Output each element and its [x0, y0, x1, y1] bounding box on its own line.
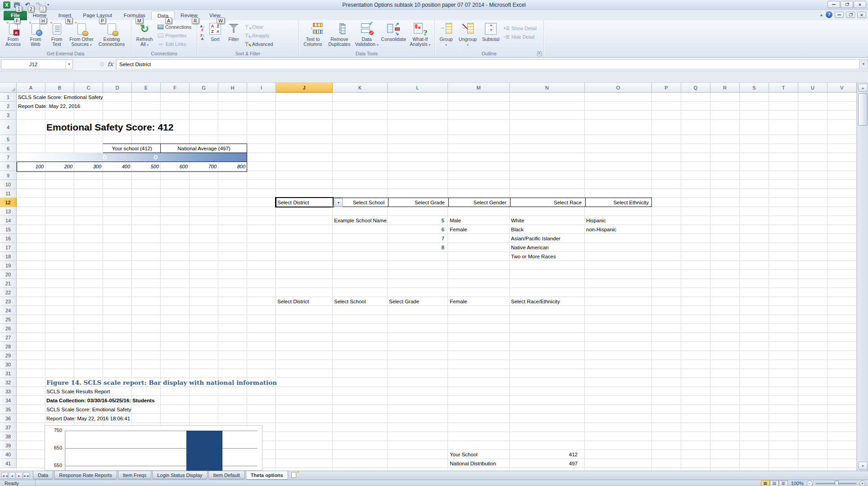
row-header-2[interactable]: 2 — [0, 102, 17, 111]
row-header-10[interactable]: 10 — [0, 180, 17, 189]
row-header-35[interactable]: 35 — [0, 405, 17, 414]
column-header-J[interactable]: J — [276, 83, 333, 93]
subtotal-button[interactable]: ++ Subtotal — [479, 21, 502, 50]
page-break-view-button[interactable]: ▥ — [779, 481, 788, 486]
row-header-3[interactable]: 3 — [0, 111, 17, 120]
row-header-33[interactable]: 33 — [0, 387, 17, 396]
minimize-button[interactable] — [827, 1, 840, 8]
sheet-tab-response-rate-reports[interactable]: Response Rate Reports — [54, 471, 117, 479]
cell-l16[interactable]: 7 — [388, 234, 446, 243]
row-header-40[interactable]: 40 — [0, 450, 17, 459]
cell-l15[interactable]: 6 — [388, 225, 446, 234]
existing-connections-button[interactable]: Existing Connections — [96, 21, 127, 50]
from-access-button[interactable]: *A From Access — [1, 21, 25, 50]
row-header-4[interactable]: 4 — [0, 120, 17, 135]
name-box[interactable]: J12 ▼ — [1, 59, 73, 69]
sheet-tab-item-default[interactable]: Item Default — [208, 471, 245, 479]
cell-o15[interactable]: non-Hispanic — [586, 225, 616, 234]
sort-ascending-button[interactable]: A↓Z — [199, 23, 206, 32]
row-header-17[interactable]: 17 — [0, 243, 17, 252]
row-header-34[interactable]: 34 — [0, 396, 17, 405]
sort-descending-button[interactable]: Z↓A — [199, 32, 206, 41]
column-header-N[interactable]: N — [510, 83, 585, 93]
row-header-39[interactable]: 39 — [0, 441, 17, 450]
cell-b34[interactable]: Data Collection: 03/30/16-05/25/16: Stud… — [46, 396, 154, 405]
from-other-sources-button[interactable]: * From Other Sources ▾ — [67, 21, 96, 50]
column-header-D[interactable]: D — [103, 83, 132, 93]
cell-l17[interactable]: 8 — [388, 243, 446, 252]
cell-n18[interactable]: Two or More Races — [511, 252, 556, 261]
cell-k14[interactable]: Example School Name — [334, 216, 387, 225]
column-header-S[interactable]: S — [740, 83, 769, 93]
column-header-I[interactable]: I — [247, 83, 276, 93]
cell-l14[interactable]: 5 — [388, 216, 446, 225]
restore-button[interactable] — [841, 1, 853, 8]
column-header-P[interactable]: P — [652, 83, 681, 93]
fill-handle[interactable] — [332, 206, 334, 208]
row-header-29[interactable]: 29 — [0, 351, 17, 360]
row-header-1[interactable]: 1 — [0, 93, 17, 102]
cell-national-average-label[interactable]: National Average (497) — [161, 144, 247, 153]
column-header-V[interactable]: V — [827, 83, 857, 93]
tab-review[interactable]: Review — [175, 11, 203, 20]
column-header-M[interactable]: M — [448, 83, 510, 93]
column-header-B[interactable]: B — [45, 83, 74, 93]
zoom-out-button[interactable]: − — [807, 481, 813, 486]
cell-l23[interactable]: Select Grade — [389, 297, 419, 306]
help-icon[interactable]: ? — [826, 11, 832, 18]
cell-b33[interactable]: SCLS Scale Results Report — [46, 387, 110, 396]
row-header-19[interactable]: 19 — [0, 261, 17, 270]
row-header-38[interactable]: 38 — [0, 432, 17, 441]
cell-n23[interactable]: Select Race/Ethnicity — [511, 297, 560, 306]
text-to-columns-button[interactable]: ↓ Text to Columns — [300, 21, 326, 50]
insert-worksheet-button[interactable]: * — [290, 472, 299, 479]
zoom-slider[interactable] — [816, 483, 856, 484]
cell-n14[interactable]: White — [511, 216, 524, 225]
row-header-21[interactable]: 21 — [0, 279, 17, 288]
row-header-27[interactable]: 27 — [0, 333, 17, 342]
row-header-20[interactable]: 20 — [0, 270, 17, 279]
insert-function-icon[interactable]: fx — [108, 61, 113, 68]
zoom-level[interactable]: 100% — [791, 481, 804, 486]
cell-o14[interactable]: Hispanic — [586, 216, 606, 225]
column-header-T[interactable]: T — [769, 83, 798, 93]
from-text-button[interactable]: * From Text — [46, 21, 67, 50]
select-all-corner[interactable] — [0, 83, 17, 93]
row-header-11[interactable]: 11 — [0, 189, 17, 198]
cell-b35[interactable]: SCLS Scale Score: Emotional Safety — [46, 405, 131, 414]
advanced-filter-button[interactable]: ✎ Advanced — [243, 40, 275, 48]
row-header-30[interactable]: 30 — [0, 360, 17, 369]
cell-n41[interactable]: 497 — [510, 459, 579, 468]
figure-title[interactable]: Figure 14. SCLS scale report: Bar displa… — [46, 378, 277, 387]
from-web-button[interactable]: * From Web — [25, 21, 46, 50]
cell-m41[interactable]: National Distribution — [450, 459, 496, 468]
column-header-R[interactable]: R — [710, 83, 740, 93]
scroll-up-icon[interactable]: ▲ — [858, 84, 868, 92]
row-header-15[interactable]: 15 — [0, 225, 17, 234]
data-validation-button[interactable]: ✓ Data Validation ▾ — [353, 21, 380, 50]
workbook-close-button[interactable]: × — [857, 12, 866, 18]
zoom-slider-thumb[interactable] — [835, 481, 839, 486]
cell-m40[interactable]: Your School — [450, 450, 478, 459]
sheet-tab-data[interactable]: Data — [33, 471, 53, 479]
minimize-ribbon-icon[interactable]: ▲ — [819, 13, 823, 17]
sort-button[interactable]: AZZA Sort — [206, 21, 224, 50]
column-header-E[interactable]: E — [132, 83, 161, 93]
connections-button[interactable]: Connections — [156, 22, 193, 31]
row-header-23[interactable]: 23 — [0, 297, 17, 306]
row-header-9[interactable]: 9 — [0, 171, 17, 180]
sheet-tab-item-freqs[interactable]: Item Freqs — [118, 471, 152, 479]
cell-m14[interactable]: Male — [450, 216, 461, 225]
row-header-8[interactable]: 8 — [0, 162, 17, 171]
cell-j12[interactable]: Select District — [277, 198, 309, 207]
cell-m15[interactable]: Female — [450, 225, 467, 234]
refresh-all-button[interactable]: ↻ Refresh All ▾ — [133, 21, 156, 50]
cell-n17[interactable]: Native American — [511, 243, 549, 252]
remove-duplicates-button[interactable]: → Remove Duplicates — [326, 21, 353, 50]
row-header-12[interactable]: 12 — [0, 198, 17, 207]
row-header-16[interactable]: 16 — [0, 234, 17, 243]
sheet-tab-login-status-display[interactable]: Login Status Display — [152, 471, 207, 479]
row-header-36[interactable]: 36 — [0, 414, 17, 423]
data-validation-dropdown-button[interactable]: ▼ — [335, 198, 343, 207]
worksheet-grid[interactable]: Your school (412) National Average (497)… — [0, 93, 857, 471]
